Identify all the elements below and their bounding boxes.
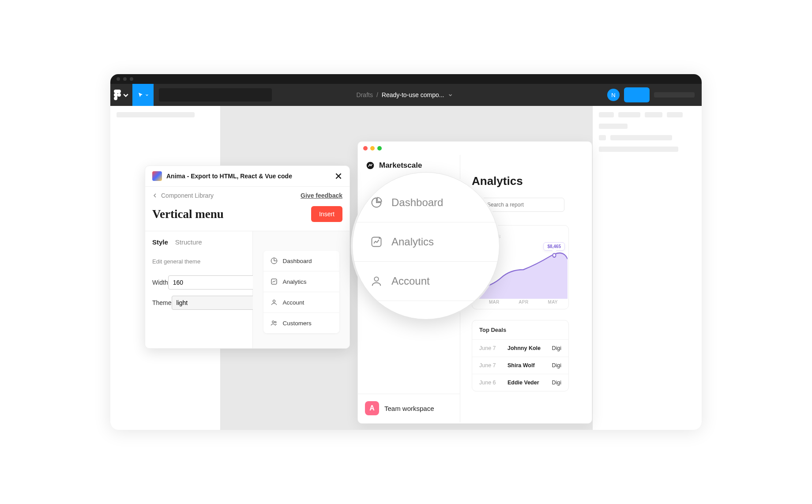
preview-item-label: Analytics	[283, 278, 307, 285]
preview-item-customers[interactable]: Customers	[263, 313, 339, 333]
svg-point-6	[274, 321, 276, 323]
deal-date: June 6	[479, 380, 500, 386]
close-icon[interactable]	[335, 172, 342, 180]
chart-line-icon	[370, 236, 383, 248]
lens-item-label: Dashboard	[391, 196, 443, 209]
placeholder	[599, 147, 678, 152]
figma-logo-icon	[114, 90, 121, 100]
user-icon	[271, 299, 278, 306]
panel-tabs: Style Structure	[152, 238, 245, 246]
share-button[interactable]	[624, 87, 650, 102]
chevron-down-icon[interactable]	[447, 93, 455, 97]
svg-point-8	[379, 237, 380, 239]
preview-item-label: Dashboard	[283, 258, 312, 264]
chart-pie-icon	[370, 196, 383, 209]
placeholder	[667, 112, 683, 117]
toolbar-search[interactable]	[159, 88, 272, 102]
deal-row[interactable]: June 7 Shira Wolf Digi	[472, 357, 568, 374]
toolbar-placeholder	[654, 92, 695, 98]
workspace-switcher[interactable]: A Team workspace	[358, 394, 460, 422]
properties-sidebar	[592, 106, 702, 430]
chart-line-icon	[271, 278, 278, 285]
back-button[interactable]: Component Library	[161, 192, 301, 199]
move-tool-button[interactable]	[132, 84, 154, 106]
deal-name: Eddie Veder	[508, 380, 545, 386]
svg-point-4	[273, 300, 275, 302]
deal-row[interactable]: June 7 Johnny Kole Digi	[472, 339, 568, 357]
deal-date: June 7	[479, 362, 500, 369]
breadcrumb-current[interactable]: Ready-to-use compo...	[382, 91, 444, 98]
breadcrumb-parent[interactable]: Drafts	[357, 91, 373, 98]
placeholder	[599, 112, 614, 117]
tab-style[interactable]: Style	[152, 238, 168, 246]
placeholder	[599, 124, 628, 129]
breadcrumb: Drafts / Ready-to-use compo...	[357, 91, 456, 98]
chart-pie-icon	[271, 257, 278, 264]
macos-titlebar	[110, 74, 702, 84]
preview-item-analytics[interactable]: Analytics	[263, 271, 339, 292]
canvas[interactable]: Marketscale A Team workspace Analytics	[110, 106, 702, 430]
brand-name: Marketscale	[379, 161, 422, 170]
lens-item-analytics[interactable]: Analytics	[353, 222, 499, 262]
deal-name: Shira Wolf	[508, 362, 545, 369]
placeholder	[618, 112, 640, 117]
figma-toolbar: Drafts / Ready-to-use compo... N	[110, 84, 702, 106]
users-icon	[271, 320, 278, 327]
figma-window: Drafts / Ready-to-use compo... N	[110, 74, 702, 430]
deal-row[interactable]: June 6 Eddie Veder Digi	[472, 374, 568, 391]
preview-item-label: Account	[283, 299, 304, 306]
prop-label-theme: Theme	[152, 299, 172, 306]
traffic-dot	[117, 77, 120, 81]
placeholder	[645, 112, 662, 117]
panel-title: Anima - Export to HTML, React & Vue code	[166, 173, 335, 180]
chart-tick: MAY	[548, 300, 558, 305]
insert-button[interactable]: Insert	[311, 206, 342, 222]
svg-point-5	[272, 321, 274, 323]
workspace-avatar: A	[365, 401, 379, 415]
chevron-left-icon[interactable]	[152, 193, 158, 198]
cursor-icon	[138, 92, 144, 98]
breadcrumb-separator: /	[376, 91, 378, 98]
svg-point-9	[374, 277, 378, 281]
user-icon	[370, 275, 383, 287]
deal-category: Digi	[552, 362, 561, 369]
figma-menu-button[interactable]	[110, 84, 132, 106]
preview-item-label: Customers	[283, 320, 312, 327]
deal-date: June 7	[479, 345, 500, 351]
traffic-dot	[123, 77, 127, 81]
panel-subheader: Component Library Give feedback	[145, 187, 350, 204]
minimize-dot[interactable]	[370, 146, 375, 150]
svg-point-2	[553, 253, 556, 257]
panel-preview-column: Dashboard Analytics Account Custome	[253, 231, 350, 348]
close-dot[interactable]	[363, 146, 368, 150]
avatar[interactable]: N	[607, 89, 620, 101]
maximize-dot[interactable]	[377, 146, 382, 150]
top-deals-card: Top Deals June 7 Johnny Kole Digi June 7…	[472, 320, 569, 391]
component-title: Vertical menu	[152, 207, 224, 221]
preview-menu: Dashboard Analytics Account Custome	[263, 251, 339, 333]
width-input[interactable]	[168, 275, 255, 290]
feedback-link[interactable]: Give feedback	[301, 192, 342, 199]
lens-item-label: Analytics	[391, 236, 434, 248]
chevron-down-icon	[145, 93, 149, 97]
lens-item-account[interactable]: Account	[353, 262, 499, 301]
section-hint: Edit general theme	[152, 258, 245, 265]
preview-item-dashboard[interactable]: Dashboard	[263, 251, 339, 271]
placeholder	[599, 135, 606, 140]
prop-label-width: Width	[152, 279, 168, 286]
window-controls	[358, 142, 592, 155]
anima-panel: Anima - Export to HTML, React & Vue code…	[145, 165, 350, 349]
search-field[interactable]	[487, 202, 559, 208]
traffic-dot	[130, 77, 133, 81]
zoom-lens: Dashboard Analytics Account	[352, 172, 500, 320]
anima-app-icon	[152, 171, 162, 181]
brand-logo-icon	[366, 161, 375, 170]
deal-name: Johnny Kole	[508, 345, 545, 351]
tab-structure[interactable]: Structure	[175, 238, 202, 246]
deal-category: Digi	[552, 380, 561, 386]
placeholder	[610, 135, 672, 140]
deal-category: Digi	[552, 345, 561, 351]
preview-item-account[interactable]: Account	[263, 292, 339, 313]
theme-select[interactable]	[172, 296, 259, 310]
panel-style-column: Style Structure Edit general theme Width…	[145, 231, 253, 348]
